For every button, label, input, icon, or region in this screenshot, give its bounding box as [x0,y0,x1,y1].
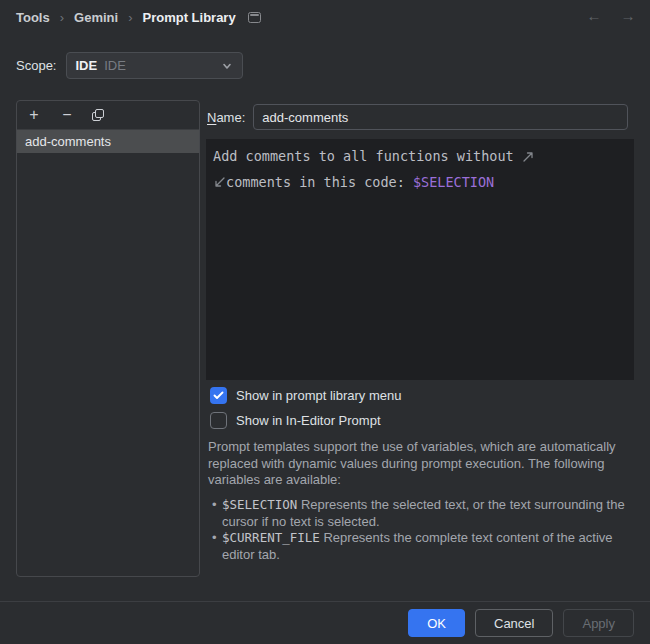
scope-label: Scope: [16,58,56,73]
prompt-text-editor[interactable]: Add comments to all functions without co… [206,139,634,380]
scope-row: Scope: IDE IDE [16,52,243,79]
ok-button[interactable]: OK [408,609,465,637]
window-icon [248,12,261,23]
breadcrumb-item-gemini[interactable]: Gemini [74,10,118,25]
scope-selected-value: IDE [75,58,97,73]
scope-dropdown[interactable]: IDE IDE [66,52,243,79]
chevron-down-icon [220,59,234,73]
variable-item-current-file: • $CURRENT_FILE Represents the complete … [212,530,634,563]
scope-selected-hint: IDE [104,58,126,73]
editor-text: Add comments to all functions without [213,148,522,164]
variable-name: $CURRENT_FILE [222,530,320,545]
forward-arrow-icon[interactable]: → [618,6,638,26]
option-label: Show in prompt library menu [236,388,401,403]
name-row: Name: [207,104,628,130]
remove-prompt-button[interactable]: − [59,107,75,123]
checked-checkbox-icon[interactable] [210,387,227,404]
editor-line-2: comments in this code: $SELECTION [213,170,627,196]
variable-name: $SELECTION [222,497,297,512]
bullet-icon: • [212,497,222,530]
variable-description: $SELECTION Represents the selected text,… [222,497,634,530]
soft-wrap-end-icon [522,146,535,170]
back-arrow-icon[interactable]: ← [584,6,604,26]
prompt-list-toolbar: + − [17,101,199,130]
history-navigation: ← → [584,6,638,26]
breadcrumb-item-prompt-library: Prompt Library [142,10,235,25]
unchecked-checkbox-icon[interactable] [210,412,227,429]
variables-help-text: Prompt templates support the use of vari… [208,439,636,489]
variable-description: $CURRENT_FILE Represents the complete te… [222,530,634,563]
prompt-list-item[interactable]: add-comments [17,130,199,153]
breadcrumb: Tools › Gemini › Prompt Library [16,7,261,27]
cancel-button[interactable]: Cancel [475,609,553,637]
settings-page: Tools › Gemini › Prompt Library ← → Scop… [0,0,650,644]
duplicate-prompt-button[interactable] [92,109,104,121]
name-label: Name: [207,110,245,125]
prompt-list-panel: + − add-comments [16,100,200,577]
option-show-in-editor-prompt[interactable]: Show in In-Editor Prompt [210,411,381,429]
editor-text: comments in this code: [226,174,413,190]
variables-list: • $SELECTION Represents the selected tex… [212,497,634,563]
add-prompt-button[interactable]: + [26,107,42,123]
breadcrumb-item-tools[interactable]: Tools [16,10,50,25]
variable-item-selection: • $SELECTION Represents the selected tex… [212,497,634,530]
option-show-in-library[interactable]: Show in prompt library menu [210,386,401,404]
name-label-rest: ame: [216,110,245,125]
selection-variable-token: $SELECTION [413,174,494,190]
option-label: Show in In-Editor Prompt [236,413,381,428]
soft-wrap-start-icon [213,172,226,196]
chevron-right-icon: › [128,10,132,25]
dialog-footer: OK Cancel Apply [0,601,650,644]
bullet-icon: • [212,530,222,563]
copy-icon [95,109,104,118]
chevron-right-icon: › [60,10,64,25]
name-input[interactable] [253,104,628,130]
editor-line-1: Add comments to all functions without [213,144,627,170]
apply-button[interactable]: Apply [563,609,634,637]
name-label-mnemonic: N [207,110,216,125]
